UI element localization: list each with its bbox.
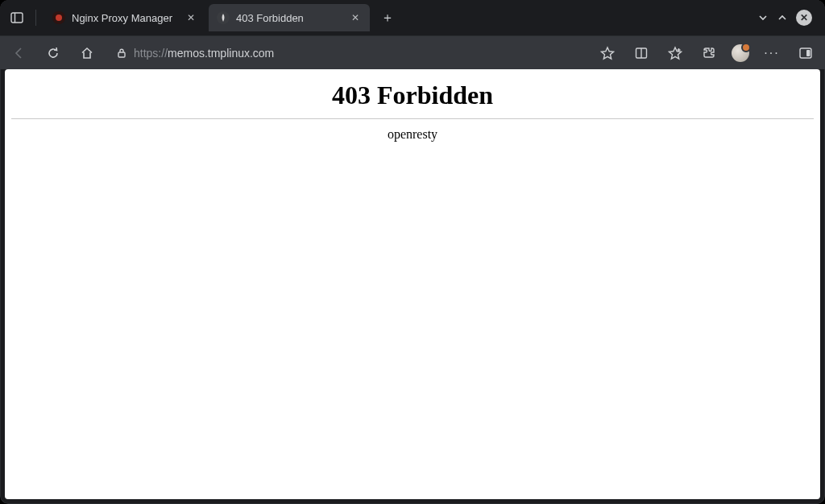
separator	[35, 10, 36, 26]
collections-button[interactable]	[630, 42, 653, 64]
close-icon[interactable]: ✕	[184, 12, 197, 23]
favorite-button[interactable]	[596, 42, 619, 64]
svg-marker-6	[670, 48, 682, 59]
divider	[11, 118, 814, 119]
chevron-up-icon[interactable]	[777, 12, 788, 23]
toolbar: https://memos.tmplinux.com	[0, 35, 825, 69]
svg-marker-3	[602, 48, 614, 59]
close-icon[interactable]: ✕	[349, 12, 362, 23]
more-button[interactable]: ···	[761, 42, 783, 64]
profile-avatar[interactable]	[732, 44, 749, 62]
window-controls: ✕	[757, 10, 819, 26]
back-button[interactable]	[8, 42, 31, 64]
svg-rect-10	[806, 50, 810, 56]
url-text: https://memos.tmplinux.com	[134, 47, 274, 60]
svg-rect-0	[11, 13, 23, 23]
error-heading: 403 Forbidden	[11, 81, 814, 110]
tab-403-forbidden[interactable]: 403 Forbidden ✕	[209, 4, 370, 31]
new-tab-button[interactable]: ＋	[376, 6, 399, 29]
extensions-button[interactable]	[698, 42, 720, 64]
tab-nginx-proxy-manager[interactable]: Nginx Proxy Manager ✕	[44, 4, 205, 31]
favicon-icon	[217, 11, 230, 24]
reload-button[interactable]	[42, 42, 64, 64]
split-screen-button[interactable]	[794, 42, 817, 64]
svg-rect-2	[118, 52, 125, 57]
page-viewport: 403 Forbidden openresty	[5, 69, 820, 499]
toolbar-actions: ···	[596, 42, 817, 64]
address-bar[interactable]: https://memos.tmplinux.com	[110, 41, 585, 65]
sidebar-toggle-icon[interactable]	[6, 7, 27, 28]
browser-window: Nginx Proxy Manager ✕ 403 Forbidden ✕ ＋ …	[0, 0, 825, 504]
server-name: openresty	[11, 127, 814, 142]
tab-strip: Nginx Proxy Manager ✕ 403 Forbidden ✕ ＋ …	[0, 0, 825, 35]
tab-label: 403 Forbidden	[236, 12, 342, 24]
tab-label: Nginx Proxy Manager	[72, 12, 178, 24]
window-close-button[interactable]: ✕	[796, 10, 812, 26]
lock-icon	[116, 48, 127, 59]
home-button[interactable]	[76, 42, 98, 64]
add-favorite-button[interactable]	[664, 42, 686, 64]
chevron-down-icon[interactable]	[757, 12, 769, 23]
favicon-icon	[52, 11, 65, 24]
